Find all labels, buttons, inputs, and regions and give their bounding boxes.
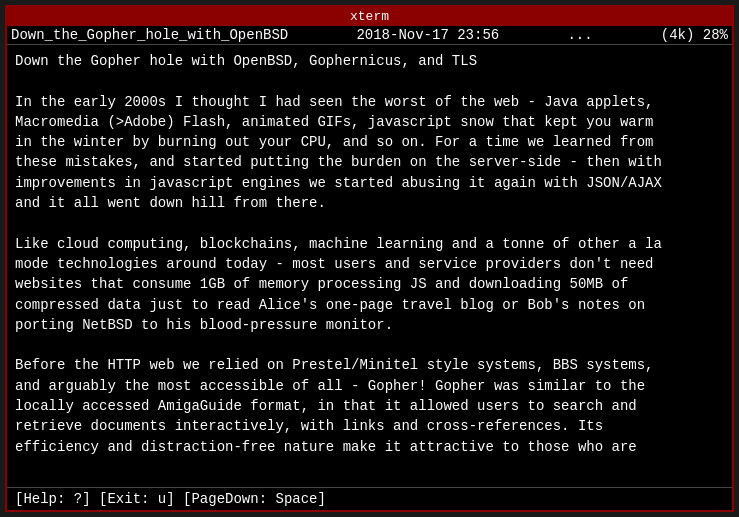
help-hint[interactable]: [Help: ?] [15, 491, 91, 507]
bottom-bar: [Help: ?] [Exit: u] [PageDown: Space] [7, 487, 732, 510]
pagedown-hint[interactable]: [PageDown: Space] [183, 491, 326, 507]
status-filename: Down_the_Gopher_hole_with_OpenBSD [11, 27, 288, 43]
status-bar: Down_the_Gopher_hole_with_OpenBSD 2018-N… [7, 26, 732, 45]
exit-hint[interactable]: [Exit: u] [99, 491, 175, 507]
title-bar: xterm [7, 7, 732, 26]
terminal-window: xterm Down_the_Gopher_hole_with_OpenBSD … [5, 5, 734, 512]
status-datetime: 2018-Nov-17 23:56 [356, 27, 499, 43]
status-ellipsis: ... [567, 27, 592, 43]
content-area: Down the Gopher hole with OpenBSD, Gophe… [7, 45, 732, 487]
status-info: (4k) 28% [661, 27, 728, 43]
title-label: xterm [350, 9, 389, 24]
content-text: Down the Gopher hole with OpenBSD, Gophe… [15, 51, 724, 457]
